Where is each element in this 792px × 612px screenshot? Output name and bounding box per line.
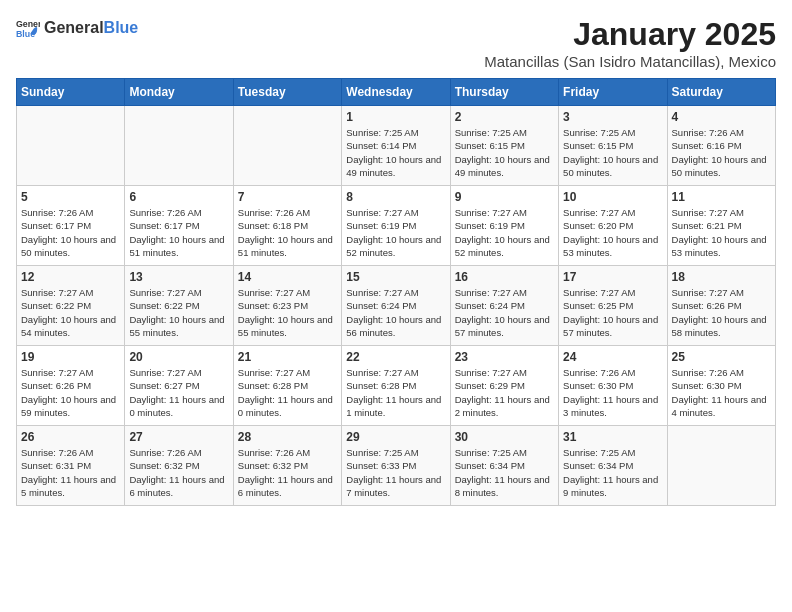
logo-general-text: General: [44, 19, 104, 36]
day-info: Sunrise: 7:26 AMSunset: 6:30 PMDaylight:…: [672, 366, 771, 419]
day-number: 18: [672, 270, 771, 284]
day-info: Sunrise: 7:27 AMSunset: 6:28 PMDaylight:…: [346, 366, 445, 419]
day-number: 8: [346, 190, 445, 204]
day-info: Sunrise: 7:27 AMSunset: 6:26 PMDaylight:…: [21, 366, 120, 419]
day-number: 15: [346, 270, 445, 284]
day-cell: [17, 106, 125, 186]
day-number: 19: [21, 350, 120, 364]
day-info: Sunrise: 7:27 AMSunset: 6:27 PMDaylight:…: [129, 366, 228, 419]
day-cell: [125, 106, 233, 186]
day-number: 17: [563, 270, 662, 284]
header-row: Sunday Monday Tuesday Wednesday Thursday…: [17, 79, 776, 106]
day-info: Sunrise: 7:27 AMSunset: 6:23 PMDaylight:…: [238, 286, 337, 339]
day-info: Sunrise: 7:27 AMSunset: 6:25 PMDaylight:…: [563, 286, 662, 339]
svg-text:Blue: Blue: [16, 29, 35, 39]
day-info: Sunrise: 7:27 AMSunset: 6:19 PMDaylight:…: [455, 206, 554, 259]
day-cell: 31Sunrise: 7:25 AMSunset: 6:34 PMDayligh…: [559, 426, 667, 506]
day-number: 2: [455, 110, 554, 124]
day-cell: 15Sunrise: 7:27 AMSunset: 6:24 PMDayligh…: [342, 266, 450, 346]
day-cell: 26Sunrise: 7:26 AMSunset: 6:31 PMDayligh…: [17, 426, 125, 506]
day-cell: 17Sunrise: 7:27 AMSunset: 6:25 PMDayligh…: [559, 266, 667, 346]
day-info: Sunrise: 7:27 AMSunset: 6:29 PMDaylight:…: [455, 366, 554, 419]
day-number: 24: [563, 350, 662, 364]
page-header: General Blue GeneralBlue January 2025 Ma…: [16, 16, 776, 70]
day-cell: 4Sunrise: 7:26 AMSunset: 6:16 PMDaylight…: [667, 106, 775, 186]
day-cell: 6Sunrise: 7:26 AMSunset: 6:17 PMDaylight…: [125, 186, 233, 266]
day-number: 28: [238, 430, 337, 444]
week-row-5: 26Sunrise: 7:26 AMSunset: 6:31 PMDayligh…: [17, 426, 776, 506]
day-cell: [233, 106, 341, 186]
col-tuesday: Tuesday: [233, 79, 341, 106]
day-cell: 30Sunrise: 7:25 AMSunset: 6:34 PMDayligh…: [450, 426, 558, 506]
day-cell: 16Sunrise: 7:27 AMSunset: 6:24 PMDayligh…: [450, 266, 558, 346]
day-number: 3: [563, 110, 662, 124]
day-info: Sunrise: 7:25 AMSunset: 6:34 PMDaylight:…: [455, 446, 554, 499]
day-info: Sunrise: 7:26 AMSunset: 6:17 PMDaylight:…: [129, 206, 228, 259]
title-block: January 2025 Matancillas (San Isidro Mat…: [484, 16, 776, 70]
week-row-2: 5Sunrise: 7:26 AMSunset: 6:17 PMDaylight…: [17, 186, 776, 266]
day-number: 7: [238, 190, 337, 204]
day-info: Sunrise: 7:27 AMSunset: 6:20 PMDaylight:…: [563, 206, 662, 259]
day-number: 1: [346, 110, 445, 124]
day-cell: 23Sunrise: 7:27 AMSunset: 6:29 PMDayligh…: [450, 346, 558, 426]
day-cell: 29Sunrise: 7:25 AMSunset: 6:33 PMDayligh…: [342, 426, 450, 506]
col-monday: Monday: [125, 79, 233, 106]
day-number: 14: [238, 270, 337, 284]
day-info: Sunrise: 7:26 AMSunset: 6:32 PMDaylight:…: [129, 446, 228, 499]
day-info: Sunrise: 7:27 AMSunset: 6:21 PMDaylight:…: [672, 206, 771, 259]
day-info: Sunrise: 7:25 AMSunset: 6:15 PMDaylight:…: [563, 126, 662, 179]
day-info: Sunrise: 7:27 AMSunset: 6:26 PMDaylight:…: [672, 286, 771, 339]
col-thursday: Thursday: [450, 79, 558, 106]
day-info: Sunrise: 7:26 AMSunset: 6:18 PMDaylight:…: [238, 206, 337, 259]
logo: General Blue GeneralBlue: [16, 16, 138, 40]
day-info: Sunrise: 7:26 AMSunset: 6:17 PMDaylight:…: [21, 206, 120, 259]
day-info: Sunrise: 7:27 AMSunset: 6:28 PMDaylight:…: [238, 366, 337, 419]
day-cell: 28Sunrise: 7:26 AMSunset: 6:32 PMDayligh…: [233, 426, 341, 506]
day-number: 30: [455, 430, 554, 444]
calendar-subtitle: Matancillas (San Isidro Matancillas), Me…: [484, 53, 776, 70]
day-cell: 8Sunrise: 7:27 AMSunset: 6:19 PMDaylight…: [342, 186, 450, 266]
week-row-3: 12Sunrise: 7:27 AMSunset: 6:22 PMDayligh…: [17, 266, 776, 346]
col-saturday: Saturday: [667, 79, 775, 106]
day-number: 25: [672, 350, 771, 364]
calendar-table: Sunday Monday Tuesday Wednesday Thursday…: [16, 78, 776, 506]
day-info: Sunrise: 7:25 AMSunset: 6:34 PMDaylight:…: [563, 446, 662, 499]
day-info: Sunrise: 7:27 AMSunset: 6:22 PMDaylight:…: [21, 286, 120, 339]
day-info: Sunrise: 7:25 AMSunset: 6:33 PMDaylight:…: [346, 446, 445, 499]
day-cell: 14Sunrise: 7:27 AMSunset: 6:23 PMDayligh…: [233, 266, 341, 346]
day-cell: 18Sunrise: 7:27 AMSunset: 6:26 PMDayligh…: [667, 266, 775, 346]
day-number: 23: [455, 350, 554, 364]
day-info: Sunrise: 7:26 AMSunset: 6:30 PMDaylight:…: [563, 366, 662, 419]
calendar-title: January 2025: [484, 16, 776, 53]
day-cell: 10Sunrise: 7:27 AMSunset: 6:20 PMDayligh…: [559, 186, 667, 266]
day-cell: 27Sunrise: 7:26 AMSunset: 6:32 PMDayligh…: [125, 426, 233, 506]
day-cell: 1Sunrise: 7:25 AMSunset: 6:14 PMDaylight…: [342, 106, 450, 186]
day-number: 22: [346, 350, 445, 364]
day-number: 16: [455, 270, 554, 284]
day-cell: 20Sunrise: 7:27 AMSunset: 6:27 PMDayligh…: [125, 346, 233, 426]
day-info: Sunrise: 7:25 AMSunset: 6:14 PMDaylight:…: [346, 126, 445, 179]
week-row-1: 1Sunrise: 7:25 AMSunset: 6:14 PMDaylight…: [17, 106, 776, 186]
day-info: Sunrise: 7:27 AMSunset: 6:22 PMDaylight:…: [129, 286, 228, 339]
day-number: 13: [129, 270, 228, 284]
day-number: 21: [238, 350, 337, 364]
day-cell: 5Sunrise: 7:26 AMSunset: 6:17 PMDaylight…: [17, 186, 125, 266]
day-cell: 3Sunrise: 7:25 AMSunset: 6:15 PMDaylight…: [559, 106, 667, 186]
day-number: 27: [129, 430, 228, 444]
day-info: Sunrise: 7:27 AMSunset: 6:24 PMDaylight:…: [346, 286, 445, 339]
day-number: 9: [455, 190, 554, 204]
logo-icon: General Blue: [16, 16, 40, 40]
day-number: 20: [129, 350, 228, 364]
day-number: 4: [672, 110, 771, 124]
day-number: 12: [21, 270, 120, 284]
day-number: 10: [563, 190, 662, 204]
day-number: 6: [129, 190, 228, 204]
day-cell: 22Sunrise: 7:27 AMSunset: 6:28 PMDayligh…: [342, 346, 450, 426]
day-number: 5: [21, 190, 120, 204]
col-wednesday: Wednesday: [342, 79, 450, 106]
day-cell: 11Sunrise: 7:27 AMSunset: 6:21 PMDayligh…: [667, 186, 775, 266]
day-cell: 7Sunrise: 7:26 AMSunset: 6:18 PMDaylight…: [233, 186, 341, 266]
day-info: Sunrise: 7:26 AMSunset: 6:16 PMDaylight:…: [672, 126, 771, 179]
col-sunday: Sunday: [17, 79, 125, 106]
day-number: 26: [21, 430, 120, 444]
